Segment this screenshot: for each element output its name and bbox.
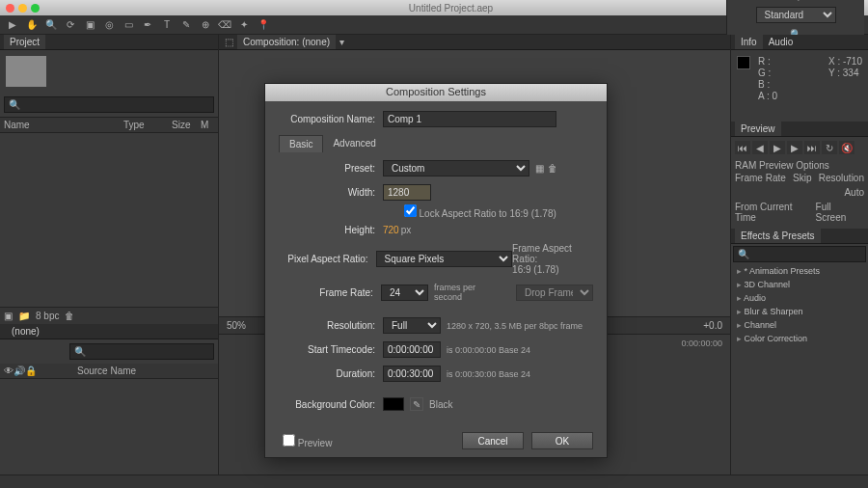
effect-category[interactable]: 3D Channel — [733, 278, 866, 291]
magnification[interactable]: 50% — [227, 320, 246, 331]
par-select[interactable]: Square Pixels — [376, 251, 513, 267]
height-value[interactable]: 720 — [383, 225, 399, 235]
rotate-tool-icon[interactable]: ⟳ — [62, 17, 79, 33]
fps-unit: frames per second — [434, 283, 504, 302]
height-unit: px — [401, 225, 412, 235]
interpret-icon[interactable]: ▣ — [4, 311, 13, 321]
pan-behind-tool-icon[interactable]: ◎ — [100, 17, 118, 33]
duration-input[interactable] — [383, 366, 441, 382]
tab-effects[interactable]: Effects & Presets — [735, 229, 821, 243]
timeline-search-input[interactable] — [69, 343, 214, 360]
ram-preview-label: RAM Preview Options — [735, 160, 864, 171]
loop-icon[interactable]: ↻ — [822, 141, 837, 154]
last-frame-icon[interactable]: ⏭ — [804, 141, 820, 154]
clone-tool-icon[interactable]: ⊕ — [197, 17, 214, 33]
zoom-tool-icon[interactable]: 🔍 — [42, 17, 60, 33]
timeline-panel: (none) 👁🔊🔒 Source Name Toggle Switches /… — [0, 324, 218, 488]
tab-info[interactable]: Info — [735, 35, 763, 49]
puppet-tool-icon[interactable]: 📍 — [255, 17, 272, 33]
tab-timeline[interactable]: (none) — [6, 324, 45, 339]
lock-aspect-checkbox[interactable] — [404, 204, 417, 217]
info-panel: R : G : B : A : 0 X : -710 Y : 334 — [731, 50, 868, 108]
preview-resolution-label: Resolution — [819, 173, 864, 183]
preview-checkbox[interactable]: Preview — [279, 434, 332, 448]
eraser-tool-icon[interactable]: ⌫ — [216, 17, 233, 33]
trash-icon[interactable]: 🗑 — [65, 311, 74, 321]
brush-tool-icon[interactable]: ✎ — [177, 17, 195, 33]
info-g: G : — [758, 68, 777, 79]
start-timecode-label: Start Timecode: — [279, 344, 383, 355]
project-column-headers: Name Type Size M — [0, 117, 218, 133]
zoom-icon[interactable] — [31, 4, 40, 13]
project-items-list[interactable] — [0, 133, 218, 307]
next-frame-icon[interactable]: ▶ — [787, 141, 802, 154]
exposure[interactable]: +0.0 — [703, 320, 722, 331]
tab-project[interactable]: Project — [4, 35, 45, 49]
flowchart-icon[interactable]: ⬚ — [225, 37, 233, 47]
comp-name-input[interactable] — [383, 111, 556, 127]
full-screen-checkbox[interactable]: Full Screen — [816, 202, 864, 223]
play-icon[interactable]: ▶ — [770, 141, 785, 154]
workspace-select[interactable]: Standard — [756, 7, 836, 23]
effect-category[interactable]: Audio — [733, 291, 866, 305]
tab-composition[interactable]: Composition: (none) — [237, 35, 336, 49]
roto-tool-icon[interactable]: ✦ — [235, 17, 253, 33]
minimize-icon[interactable] — [18, 4, 27, 13]
timeline-layers[interactable] — [0, 379, 218, 474]
par-label: Pixel Aspect Ratio: — [279, 254, 376, 264]
preview-panel: ⏮ ◀ ▶ ▶ ⏭ ↻ 🔇 RAM Preview Options Frame … — [731, 137, 868, 229]
fps-select[interactable]: 24 — [381, 285, 428, 301]
from-current-checkbox[interactable]: From Current Time — [735, 202, 816, 223]
hand-tool-icon[interactable]: ✋ — [23, 17, 41, 33]
lock-aspect-label: Lock Aspect Ratio to 16:9 (1.78) — [420, 208, 556, 219]
current-time[interactable]: 0:00:00:00 — [681, 339, 722, 348]
col-name[interactable]: Name — [4, 120, 123, 130]
col-type[interactable]: Type — [123, 120, 172, 130]
shape-tool-icon[interactable]: ▭ — [120, 17, 137, 33]
mute-icon[interactable]: 🔇 — [839, 141, 854, 154]
tab-advanced[interactable]: Advanced — [323, 135, 385, 152]
bg-color-name: Black — [429, 399, 452, 410]
col-source-name[interactable]: Source Name — [77, 366, 136, 376]
preset-select[interactable]: Custom — [383, 160, 529, 176]
ok-button[interactable]: OK — [531, 432, 593, 449]
dropdown-icon[interactable]: ▾ — [339, 37, 344, 47]
project-thumbnail — [6, 56, 46, 87]
effect-category[interactable]: Color Correction — [733, 332, 866, 345]
effect-category[interactable]: Channel — [733, 318, 866, 332]
cancel-button[interactable]: Cancel — [462, 432, 524, 449]
start-timecode-input[interactable] — [383, 341, 441, 358]
selection-tool-icon[interactable]: ▶ — [4, 17, 21, 33]
first-frame-icon[interactable]: ⏮ — [735, 141, 750, 154]
effects-search-input[interactable] — [733, 246, 866, 262]
effect-category[interactable]: * Animation Presets — [733, 264, 866, 278]
info-b: B : — [758, 79, 777, 91]
effect-category[interactable]: Blur & Sharpen — [733, 305, 866, 318]
folder-icon[interactable]: 📁 — [18, 311, 30, 321]
bg-color-swatch[interactable] — [383, 397, 404, 411]
resolution-select[interactable]: Full — [383, 317, 441, 334]
tab-audio[interactable]: Audio — [763, 35, 800, 49]
col-size[interactable]: Size — [172, 120, 201, 130]
prev-frame-icon[interactable]: ◀ — [752, 141, 768, 154]
far-label: Frame Aspect Ratio: — [512, 243, 593, 264]
save-preset-icon[interactable]: ▦ — [535, 163, 544, 174]
project-search-input[interactable] — [4, 96, 214, 113]
width-input[interactable] — [383, 184, 431, 201]
av-columns: 👁🔊🔒 — [4, 366, 77, 376]
preview-skip-label: Skip — [793, 173, 811, 183]
pen-tool-icon[interactable]: ✒ — [139, 17, 156, 33]
type-tool-icon[interactable]: T — [158, 17, 176, 33]
preview-auto[interactable]: Auto — [844, 187, 864, 198]
tab-basic[interactable]: Basic — [279, 135, 323, 152]
delete-preset-icon[interactable]: 🗑 — [548, 163, 557, 174]
color-swatch — [737, 56, 750, 69]
col-m[interactable]: M — [201, 120, 214, 130]
close-icon[interactable] — [6, 4, 14, 13]
camera-tool-icon[interactable]: ▣ — [81, 17, 98, 33]
eyedropper-icon[interactable]: ✎ — [410, 397, 423, 411]
effects-panel: * Animation Presets 3D Channel Audio Blu… — [731, 244, 868, 347]
tab-preview[interactable]: Preview — [735, 122, 781, 136]
bpc-button[interactable]: 8 bpc — [36, 311, 59, 321]
statusbar — [0, 474, 868, 488]
